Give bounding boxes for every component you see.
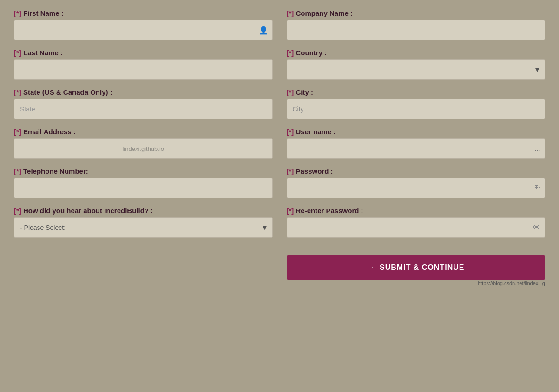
email-label-text: Email Address : (23, 128, 76, 136)
username-label: [*] User name : (287, 128, 546, 136)
company-name-input[interactable] (287, 20, 546, 40)
telephone-group: [*] Telephone Number: (14, 167, 273, 198)
country-select-wrapper: ▼ (287, 59, 546, 80)
email-required: [*] (14, 128, 21, 136)
company-name-group: [*] Company Name : (287, 9, 546, 40)
state-required: [*] (14, 88, 21, 96)
first-name-label-text: First Name : (23, 9, 64, 17)
city-required: [*] (287, 88, 294, 96)
email-group: [*] Email Address : lindexi.github.io (14, 128, 273, 159)
reenter-password-label: [*] Re-enter Password : (287, 207, 546, 215)
reenter-password-label-text: Re-enter Password : (296, 207, 363, 215)
telephone-label-text: Telephone Number: (23, 167, 88, 175)
password-label-text: Password : (296, 167, 333, 175)
last-name-label: [*] Last Name : (14, 49, 273, 57)
heard-about-select-wrapper: - Please Select: ▼ (14, 217, 273, 238)
telephone-required: [*] (14, 167, 21, 175)
last-name-input-wrapper (14, 59, 273, 80)
heard-about-label-text: How did you hear about IncrediBuild? : (23, 207, 153, 215)
email-label: [*] Email Address : (14, 128, 273, 136)
password-label: [*] Password : (287, 167, 546, 175)
city-group: [*] City : (287, 88, 546, 119)
url-bar: https://blog.csdn.net/lindexi_g (287, 281, 546, 286)
state-label: [*] State (US & Canada Only) : (14, 88, 273, 96)
company-name-required: [*] (287, 9, 294, 17)
state-group: [*] State (US & Canada Only) : (14, 88, 273, 119)
username-required: [*] (287, 128, 294, 136)
last-name-label-text: Last Name : (23, 49, 63, 57)
heard-about-required: [*] (14, 207, 21, 215)
country-label: [*] Country : (287, 49, 546, 57)
reenter-password-required: [*] (287, 207, 294, 215)
last-name-input[interactable] (14, 59, 273, 80)
city-label-text: City : (296, 88, 314, 96)
first-name-group: [*] First Name : 👤 (14, 9, 273, 40)
password-input[interactable] (287, 178, 546, 198)
reenter-password-input[interactable] (287, 217, 546, 238)
city-input-wrapper (287, 99, 546, 119)
first-name-label: [*] First Name : (14, 9, 273, 17)
username-input[interactable] (287, 138, 546, 159)
reenter-password-input-wrapper: 👁 (287, 217, 546, 238)
country-label-text: Country : (296, 49, 327, 57)
email-input[interactable] (14, 138, 273, 159)
city-label: [*] City : (287, 88, 546, 96)
telephone-input[interactable] (14, 178, 273, 198)
last-name-required: [*] (14, 49, 21, 57)
first-name-input[interactable] (14, 20, 273, 40)
state-label-text: State (US & Canada Only) : (23, 88, 112, 96)
last-name-group: [*] Last Name : (14, 49, 273, 80)
heard-about-group: [*] How did you hear about IncrediBuild?… (14, 207, 273, 238)
telephone-label: [*] Telephone Number: (14, 167, 273, 175)
country-select[interactable] (287, 59, 546, 80)
heard-about-select[interactable]: - Please Select: (14, 217, 273, 238)
password-required: [*] (287, 167, 294, 175)
city-input[interactable] (287, 99, 546, 119)
email-input-wrapper: lindexi.github.io (14, 138, 273, 159)
submit-button-wrapper: → SUBMIT & CONTINUE https://blog.csdn.ne… (287, 251, 546, 286)
submit-label: SUBMIT & CONTINUE (380, 263, 464, 272)
company-name-label: [*] Company Name : (287, 9, 546, 17)
reenter-password-group: [*] Re-enter Password : 👁 (287, 207, 546, 238)
telephone-input-wrapper (14, 178, 273, 198)
submit-button[interactable]: → SUBMIT & CONTINUE (287, 255, 546, 280)
state-input-wrapper (14, 99, 273, 119)
username-label-text: User name : (296, 128, 336, 136)
password-group: [*] Password : 👁 (287, 167, 546, 198)
country-group: [*] Country : ▼ (287, 49, 546, 80)
state-input[interactable] (14, 99, 273, 119)
country-required: [*] (287, 49, 294, 57)
password-input-wrapper: 👁 (287, 178, 546, 198)
first-name-input-wrapper: 👤 (14, 20, 273, 40)
submit-arrow-icon: → (367, 263, 375, 272)
company-name-input-wrapper (287, 20, 546, 40)
username-input-wrapper: … (287, 138, 546, 159)
heard-about-label: [*] How did you hear about IncrediBuild?… (14, 207, 273, 215)
username-group: [*] User name : … (287, 128, 546, 159)
first-name-required: [*] (14, 9, 21, 17)
company-name-label-text: Company Name : (296, 9, 353, 17)
